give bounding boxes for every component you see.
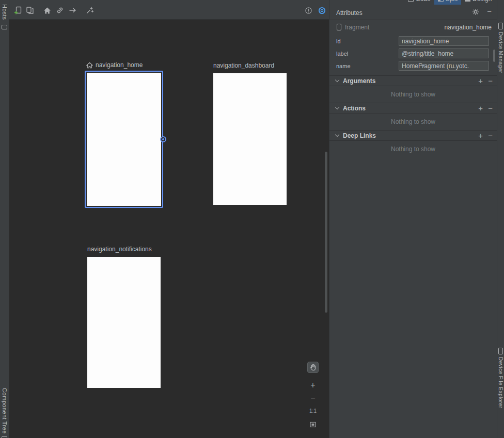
link-icon (56, 6, 64, 14)
fragment-label-text: navigation_dashboard (213, 62, 274, 69)
zoom-in-button[interactable]: + (309, 381, 317, 390)
tab-split-label: Split (446, 0, 458, 3)
chevron-down-icon (335, 105, 339, 109)
attributes-panel: Attributes − fragment navigation_home id… (329, 0, 497, 438)
editor-mode-tabs-row: Code Split Design (404, 0, 495, 5)
home-icon (43, 7, 51, 14)
fragment-navigation-home-selected[interactable] (85, 71, 163, 208)
attributes-panel-title: Attributes (336, 9, 363, 17)
link-destinations-button[interactable] (55, 6, 65, 15)
hide-panel-button[interactable]: − (487, 7, 492, 15)
id-field[interactable] (399, 36, 489, 46)
chevron-down-icon (335, 78, 339, 82)
duplicate-icon (26, 6, 34, 14)
section-header-arguments[interactable]: Arguments + − (329, 75, 497, 86)
fragment-preview[interactable] (87, 73, 161, 206)
fragment-navigation-dashboard[interactable] (213, 73, 287, 205)
component-type: fragment (345, 24, 369, 31)
id-field-label: id (336, 38, 341, 44)
component-id: navigation_home (445, 24, 492, 31)
fragment-label-navigation-notifications[interactable]: navigation_notifications (87, 246, 152, 253)
panel-scrollbar-thumb[interactable] (493, 50, 495, 62)
canvas-vertical-scrollbar[interactable] (325, 152, 327, 313)
tab-design-label: Design (472, 0, 492, 3)
tool-button-hosts[interactable]: Hosts (2, 4, 8, 20)
help-icon (318, 7, 326, 14)
add-action-icon[interactable]: + (478, 104, 483, 112)
zoom-to-fit-button[interactable] (310, 421, 316, 428)
tab-design[interactable]: Design (461, 0, 495, 5)
name-field-label: name (336, 63, 351, 69)
section-title-arguments: Arguments (343, 77, 375, 85)
device-file-explorer-icon[interactable] (498, 348, 503, 354)
device-manager-icon[interactable] (498, 23, 503, 29)
tool-button-component-tree[interactable]: Component Tree (2, 388, 8, 434)
tab-split[interactable]: Split (434, 0, 461, 5)
name-dropdown[interactable]: HomeFragment (ru.yotc. (399, 61, 489, 71)
editor-mode-tabs: Code Split Design (404, 0, 497, 5)
tool-button-device-manager[interactable]: Device Manager (498, 32, 503, 73)
fragment-icon (337, 24, 341, 30)
fragment-navigation-notifications[interactable] (87, 257, 161, 388)
assign-start-destination-button[interactable] (42, 6, 52, 15)
warnings-button[interactable] (304, 6, 313, 15)
start-destination-home-icon (86, 62, 93, 69)
add-deep-link-icon[interactable]: + (478, 131, 483, 140)
name-dropdown-value: HomeFragment (ru.yotc. (402, 62, 469, 70)
label-field[interactable] (399, 48, 489, 58)
fragment-label-navigation-home[interactable]: navigation_home (86, 61, 143, 69)
go-to-destination-button[interactable] (68, 6, 77, 15)
fragment-label-navigation-dashboard[interactable]: navigation_dashboard (213, 62, 274, 69)
split-icon (438, 0, 444, 2)
zoom-out-button[interactable]: − (309, 394, 317, 402)
section-header-deep-links[interactable]: Deep Links + − (329, 130, 497, 141)
section-title-actions: Actions (343, 105, 366, 112)
zoom-to-fit-icon (310, 421, 316, 428)
section-header-actions[interactable]: Actions + − (329, 103, 497, 113)
new-destination-button[interactable] (13, 6, 23, 15)
tool-button-device-file-explorer[interactable]: Device File Explorer (498, 357, 503, 408)
remove-action-icon[interactable]: − (488, 104, 493, 112)
zoom-to-100-button[interactable]: 1:1 (308, 408, 318, 414)
pan-tool-button[interactable] (307, 362, 319, 373)
tab-code[interactable]: Code (404, 0, 434, 5)
right-tool-strip: Device Manager Device File Explorer (497, 0, 504, 438)
add-argument-icon[interactable]: + (478, 76, 483, 85)
magic-wand-icon (86, 6, 94, 14)
warning-icon (305, 7, 312, 14)
auto-arrange-button[interactable] (85, 6, 94, 15)
panel-separator (329, 20, 497, 20)
help-button[interactable] (317, 6, 326, 15)
gear-icon (472, 8, 479, 15)
actions-empty-text: Nothing to show (329, 118, 497, 125)
settings-button[interactable] (472, 8, 479, 15)
hosts-icon[interactable] (2, 25, 7, 29)
action-connection-handle[interactable] (160, 136, 166, 142)
arrow-right-icon (69, 6, 77, 14)
design-icon (465, 0, 470, 2)
remove-argument-icon[interactable]: − (488, 76, 493, 85)
remove-deep-link-icon[interactable]: − (488, 131, 493, 140)
chevron-down-icon[interactable] (421, 64, 425, 67)
hand-icon (309, 364, 317, 371)
deep-links-empty-text: Nothing to show (329, 145, 497, 153)
code-icon (408, 0, 414, 2)
chevron-down-icon (335, 133, 339, 137)
tab-code-label: Code (416, 0, 431, 3)
arguments-empty-text: Nothing to show (329, 91, 497, 98)
fragment-label-text: navigation_notifications (87, 246, 152, 253)
section-title-deep-links: Deep Links (343, 132, 376, 139)
navigation-editor-toolbar (9, 0, 329, 20)
left-tool-strip: Hosts Component Tree (0, 0, 9, 438)
label-field-label: label (336, 51, 348, 57)
duplicate-destination-button[interactable] (25, 6, 35, 15)
fragment-label-text: navigation_home (96, 61, 143, 69)
navigation-graph-canvas[interactable]: navigation_home navigation_dashboard nav… (9, 20, 329, 438)
new-destination-icon (14, 6, 22, 14)
